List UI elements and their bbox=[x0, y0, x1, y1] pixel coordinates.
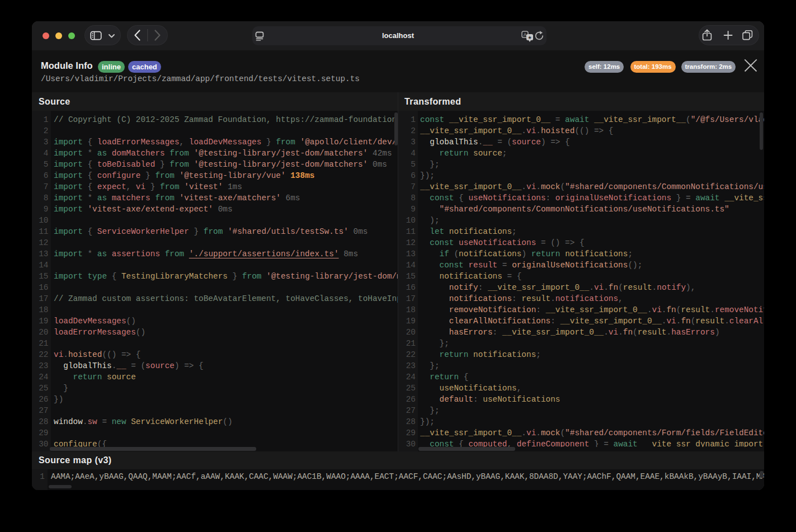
svg-text:A: A bbox=[524, 32, 527, 37]
svg-text:★: ★ bbox=[527, 35, 532, 40]
